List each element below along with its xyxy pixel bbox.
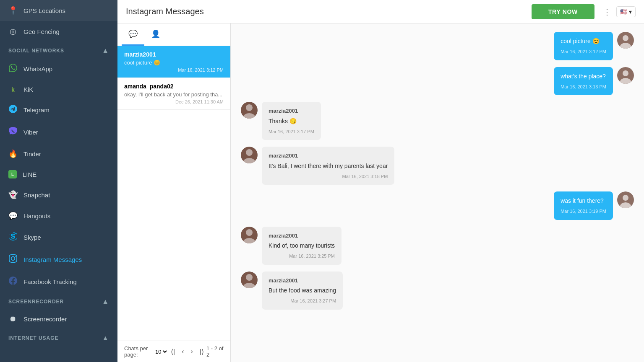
internet-usage-section: INTERNET USAGE ▲: [0, 329, 117, 345]
message-row-recv-2: marzia2001 It's Bali, I went there with …: [241, 147, 634, 185]
svg-point-13: [623, 195, 628, 201]
sender-name: marzia2001: [269, 107, 314, 115]
message-bubble: marzia2001 Thanks 😏 Mar 16, 2021 3:17 PM: [262, 102, 321, 140]
message-row-sent-1: cool picture 😊 Mar 16, 2021 3:12 PM: [241, 32, 634, 60]
chat-date: Dec 26, 2021 11:30 AM: [124, 99, 224, 104]
chat-list-item-marzia[interactable]: marzia2001 cool picture 😊 Mar 16, 2021 3…: [117, 46, 230, 78]
message-text: It's Bali, I went there with my parents …: [269, 162, 388, 171]
sidebar-item-geofencing[interactable]: ◎ Geo Fencing: [0, 21, 117, 42]
message-time: Mar 16, 2021 3:18 PM: [269, 173, 388, 180]
sidebar-item-telegram[interactable]: Telegram: [0, 99, 117, 121]
per-page-selector: Chats per page: 10 25 50: [124, 345, 168, 358]
sidebar-item-label: GPS Locations: [23, 7, 65, 14]
chat-list-item-amanda[interactable]: amanda_panda02 okay, I'll get back at yo…: [117, 78, 230, 110]
message-bubble: cool picture 😊 Mar 16, 2021 3:12 PM: [554, 32, 613, 60]
chat-conversation: cool picture 😊 Mar 16, 2021 3:12 PM what…: [231, 23, 644, 362]
sidebar-item-label: Telegram: [23, 106, 50, 114]
tab-contacts[interactable]: 👤: [144, 23, 167, 46]
chevron-up-icon-2: ▲: [102, 298, 109, 305]
page-controls: ⟨| ‹ › |⟩: [168, 347, 206, 357]
per-page-select[interactable]: 10 25 50: [154, 348, 168, 355]
sidebar-item-instagram[interactable]: Instagram Messages: [0, 248, 117, 271]
main-content: Instagram Messages TRY NOW ⋮ 🇺🇸 ▾ 💬 👤 ma…: [117, 0, 644, 362]
sidebar-item-facebook[interactable]: Facebook Tracking: [0, 271, 117, 293]
header: Instagram Messages TRY NOW ⋮ 🇺🇸 ▾: [117, 0, 644, 23]
message-text: But the food was amazing: [269, 286, 336, 295]
sidebar-item-whatsapp[interactable]: WhatsApp: [0, 58, 117, 80]
hangouts-icon: 💬: [8, 211, 18, 220]
avatar-sent-2: [617, 67, 634, 84]
snapchat-icon: 👻: [8, 190, 18, 199]
avatar-recv-4: [241, 272, 258, 288]
message-text: Kind of, too many tourists: [269, 241, 335, 250]
prev-page-button[interactable]: ‹: [179, 347, 186, 356]
chevron-down-icon: ▾: [629, 8, 632, 15]
chat-date: Mar 16, 2021 3:12 PM: [124, 67, 224, 72]
more-options-icon[interactable]: ⋮: [603, 7, 611, 17]
chat-preview: okay, I'll get back at you for posting t…: [124, 91, 224, 98]
message-bubble: marzia2001 But the food was amazing Mar …: [262, 272, 343, 310]
sidebar-item-label: KiK: [23, 86, 33, 93]
chat-tabs: 💬 👤: [117, 23, 230, 46]
message-time: Mar 16, 2021 3:19 PM: [561, 208, 606, 215]
sidebar: 📍 GPS Locations ◎ Geo Fencing SOCIAL NET…: [0, 0, 117, 362]
content-area: 💬 👤 marzia2001 cool picture 😊 Mar 16, 20…: [117, 23, 644, 362]
sidebar-item-label: Geo Fencing: [23, 28, 60, 35]
sidebar-item-label: Snapchat: [23, 191, 50, 199]
page-info: 1 - 2 of 2: [206, 345, 224, 358]
message-row-sent-3: was it fun there? Mar 16, 2021 3:19 PM: [241, 191, 634, 220]
chevron-up-icon: ▲: [102, 47, 109, 54]
chat-name: marzia2001: [124, 51, 224, 58]
sidebar-item-tinder[interactable]: 🔥 Tinder: [0, 143, 117, 164]
sidebar-item-skype[interactable]: Skype: [0, 226, 117, 248]
line-icon: L: [8, 170, 17, 178]
svg-point-16: [246, 229, 253, 236]
sidebar-item-gps[interactable]: 📍 GPS Locations: [0, 0, 117, 21]
svg-point-10: [246, 149, 253, 156]
flag-icon: 🇺🇸: [620, 8, 627, 15]
message-text: Thanks 😏: [269, 117, 314, 126]
avatar-recv-3: [241, 227, 258, 243]
viber-icon: [8, 127, 18, 137]
language-selector[interactable]: 🇺🇸 ▾: [616, 6, 636, 17]
tab-messages[interactable]: 💬: [122, 23, 144, 46]
sidebar-item-label: LINE: [23, 171, 37, 178]
message-text: what's the place?: [561, 72, 606, 81]
try-now-button[interactable]: TRY NOW: [532, 4, 594, 19]
message-bubble: was it fun there? Mar 16, 2021 3:19 PM: [554, 191, 613, 220]
message-bubble: marzia2001 Kind of, too many tourists Ma…: [262, 227, 342, 265]
facebook-icon: [8, 277, 18, 287]
page-title: Instagram Messages: [126, 7, 532, 16]
sidebar-item-label: Hangouts: [23, 212, 50, 220]
sidebar-item-line[interactable]: L LINE: [0, 164, 117, 184]
sidebar-item-label: Screenrecorder: [23, 315, 67, 323]
sidebar-item-snapchat[interactable]: 👻 Snapchat: [0, 184, 117, 205]
sidebar-item-screenrecorder[interactable]: ⏺ Screenrecorder: [0, 309, 117, 329]
svg-point-7: [246, 104, 253, 111]
last-page-button[interactable]: |⟩: [197, 347, 206, 357]
next-page-button[interactable]: ›: [188, 347, 196, 356]
sidebar-item-label: Instagram Messages: [23, 256, 82, 263]
chevron-up-icon-3: ▲: [102, 334, 109, 342]
tinder-icon: 🔥: [8, 149, 18, 158]
first-page-button[interactable]: ⟨|: [168, 347, 177, 357]
instagram-icon: [8, 254, 18, 265]
sidebar-item-label: Tinder: [23, 150, 41, 158]
avatar-sent-3: [617, 191, 634, 208]
message-time: Mar 16, 2021 3:12 PM: [561, 48, 606, 55]
sidebar-item-kik[interactable]: k KiK: [0, 80, 117, 99]
sidebar-item-hangouts[interactable]: 💬 Hangouts: [0, 205, 117, 226]
screenrecorder-icon: ⏺: [8, 315, 18, 323]
message-row-recv-1: marzia2001 Thanks 😏 Mar 16, 2021 3:17 PM: [241, 102, 634, 140]
avatar-sent-1: [617, 32, 634, 49]
sidebar-item-label: WhatsApp: [23, 65, 52, 72]
social-networks-section: SOCIAL NETWORKS ▲: [0, 42, 117, 58]
sidebar-item-viber[interactable]: Viber: [0, 121, 117, 143]
message-text: cool picture 😊: [561, 37, 606, 46]
location-icon: 📍: [8, 6, 18, 15]
screenrecorder-section: SCREENRECORDER ▲: [0, 293, 117, 309]
telegram-icon: [8, 105, 18, 115]
message-time: Mar 16, 2021 3:17 PM: [269, 128, 314, 135]
sender-name: marzia2001: [269, 152, 388, 160]
message-bubble: what's the place? Mar 16, 2021 3:13 PM: [554, 67, 613, 96]
